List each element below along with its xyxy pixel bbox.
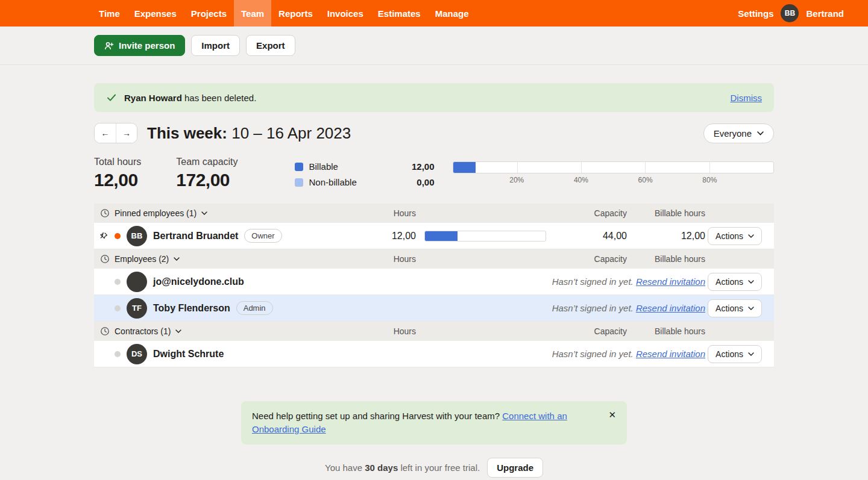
import-button[interactable]: Import xyxy=(191,35,240,56)
export-button[interactable]: Export xyxy=(246,35,295,56)
capacity-tick-labels: 20% 40% 60% 80% xyxy=(453,176,774,187)
billable-value: 12,00 xyxy=(412,161,435,172)
nav-item-estimates[interactable]: Estimates xyxy=(371,0,428,26)
person-name[interactable]: Bertrand Bruandet xyxy=(153,231,238,242)
everyone-filter-label: Everyone xyxy=(714,128,752,139)
nav-item-time[interactable]: Time xyxy=(92,0,127,26)
trial-message: You have 30 days left in your free trial… xyxy=(325,463,480,473)
week-navigation: ← → This week: 10 – 16 Apr 2023 Everyone xyxy=(94,123,774,143)
checkmark-icon xyxy=(106,92,117,103)
nav-item-reports[interactable]: Reports xyxy=(271,0,320,26)
clock-icon xyxy=(100,208,110,218)
close-icon[interactable]: ✕ xyxy=(608,410,616,420)
avatar: DS xyxy=(127,344,147,364)
nonbillable-legend-row: Non-billable 0,00 xyxy=(295,177,435,187)
invite-person-button[interactable]: Invite person xyxy=(94,35,185,56)
section-title-pinned[interactable]: Pinned employees (1) xyxy=(94,208,368,218)
table-row-toby[interactable]: TF Toby Flenderson Admin Hasn’t signed i… xyxy=(94,295,774,322)
actions-dropdown[interactable]: Actions xyxy=(708,299,762,317)
chevron-down-icon xyxy=(748,307,754,310)
resend-invitation-link[interactable]: Resend invitation xyxy=(636,349,705,359)
table-row-bertrand[interactable]: BB Bertrand Bruandet Owner 12,00 44,00 1… xyxy=(94,223,774,249)
nav-item-manage[interactable]: Manage xyxy=(428,0,476,26)
total-hours-value: 12,00 xyxy=(94,170,141,190)
clock-icon xyxy=(100,254,110,264)
actions-dropdown[interactable]: Actions xyxy=(708,273,762,291)
team-toolbar: Invite person Import Export xyxy=(0,26,868,65)
tick-20: 20% xyxy=(509,176,524,184)
chevron-down-icon xyxy=(748,352,754,356)
previous-week-button[interactable]: ← xyxy=(95,123,116,143)
resend-invitation-link[interactable]: Resend invitation xyxy=(636,303,705,313)
trial-days: 30 days xyxy=(365,463,398,473)
success-alert: Ryan Howard has been deleted. Dismiss xyxy=(94,83,774,112)
user-avatar[interactable]: BB xyxy=(781,4,799,22)
chevron-down-icon xyxy=(748,280,754,284)
capacity-progress-bar xyxy=(453,161,774,173)
role-tag: Owner xyxy=(244,229,281,243)
person-name[interactable]: Toby Flenderson xyxy=(153,303,230,314)
pin-icon[interactable] xyxy=(99,232,108,240)
billable-label: Billable xyxy=(309,161,338,172)
chevron-down-icon xyxy=(748,234,754,238)
tick-80: 80% xyxy=(702,176,717,184)
settings-link[interactable]: Settings xyxy=(738,8,773,19)
nav-item-invoices[interactable]: Invoices xyxy=(320,0,371,26)
hours-progress-bar xyxy=(424,231,546,242)
online-status-dot xyxy=(115,233,121,239)
section-header-pinned-employees: Pinned employees (1) Hours Capacity Bill… xyxy=(94,204,774,223)
tick-40: 40% xyxy=(574,176,588,184)
invite-person-label: Invite person xyxy=(119,40,175,51)
offline-status-dot xyxy=(115,279,121,285)
billable-legend: Billable 12,00 Non-billable 0,00 xyxy=(295,157,435,187)
actions-dropdown[interactable]: Actions xyxy=(708,227,762,245)
section-header-employees: Employees (2) Hours Capacity Billable ho… xyxy=(94,249,774,269)
column-header-hours: Hours xyxy=(368,208,416,218)
capacity-progress-fill xyxy=(453,162,476,173)
person-name[interactable]: Dwight Schrute xyxy=(153,349,224,360)
onboarding-callout: Need help getting set up and sharing Har… xyxy=(241,401,627,444)
actions-dropdown[interactable]: Actions xyxy=(708,345,762,363)
everyone-filter-dropdown[interactable]: Everyone xyxy=(703,123,774,143)
alert-message-rest: has been deleted. xyxy=(182,93,256,103)
nav-item-team[interactable]: Team xyxy=(234,0,271,26)
column-header-hours: Hours xyxy=(368,326,416,336)
person-name[interactable]: jo@nicelydone.club xyxy=(153,276,244,287)
role-tag: Admin xyxy=(236,301,273,315)
column-header-capacity: Capacity xyxy=(555,254,627,264)
upgrade-button[interactable]: Upgrade xyxy=(487,458,543,478)
resend-invitation-link[interactable]: Resend invitation xyxy=(636,276,705,287)
tick-60: 60% xyxy=(638,176,653,184)
column-header-hours: Hours xyxy=(368,254,416,264)
alert-message: Ryan Howard has been deleted. xyxy=(124,93,256,103)
avatar: TF xyxy=(127,298,147,319)
nav-item-expenses[interactable]: Expenses xyxy=(127,0,184,26)
chevron-down-icon xyxy=(201,211,207,215)
user-name[interactable]: Bertrand xyxy=(806,8,844,19)
column-header-billable: Billable hours xyxy=(627,208,705,218)
team-capacity-value: 172,00 xyxy=(176,170,237,190)
next-week-button[interactable]: → xyxy=(116,123,137,143)
billable-legend-row: Billable 12,00 xyxy=(295,161,435,172)
total-hours-stat: Total hours 12,00 xyxy=(94,157,141,190)
nonbillable-swatch-icon xyxy=(295,178,303,187)
week-date-range: 10 – 16 Apr 2023 xyxy=(231,124,351,142)
week-pager: ← → xyxy=(94,123,137,143)
invitation-status: Hasn’t signed in yet. Resend invitation xyxy=(368,349,705,359)
section-title-contractors[interactable]: Contractors (1) xyxy=(94,326,368,336)
person-plus-icon xyxy=(104,41,114,51)
team-capacity-label: Team capacity xyxy=(176,157,237,167)
nonbillable-value: 0,00 xyxy=(417,177,434,187)
section-title-employees[interactable]: Employees (2) xyxy=(94,254,368,264)
section-header-contractors: Contractors (1) Hours Capacity Billable … xyxy=(94,322,774,341)
invitation-status: Hasn’t signed in yet. Resend invitation xyxy=(368,303,705,313)
column-header-billable: Billable hours xyxy=(627,254,705,264)
nav-item-projects[interactable]: Projects xyxy=(184,0,234,26)
table-row-jo[interactable]: jo@nicelydone.club Hasn’t signed in yet.… xyxy=(94,269,774,295)
team-capacity-stat: Team capacity 172,00 xyxy=(176,157,237,190)
table-row-dwight[interactable]: DS Dwight Schrute Hasn’t signed in yet. … xyxy=(94,341,774,367)
deleted-person-name: Ryan Howard xyxy=(124,93,182,103)
dismiss-link[interactable]: Dismiss xyxy=(731,93,763,103)
avatar xyxy=(127,272,147,292)
hours-value: 12,00 xyxy=(368,231,416,242)
